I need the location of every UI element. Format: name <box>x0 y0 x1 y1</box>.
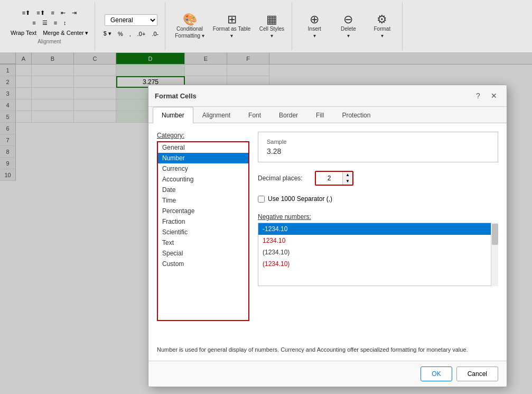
tab-number[interactable]: Number <box>153 107 193 123</box>
currency-btn[interactable]: $ ▾ <box>101 29 114 38</box>
number-format-group: General $ ▾ % , .0+ .0- <box>97 2 165 50</box>
cell-styles-btn[interactable]: ▦ Cell Styles ▾ <box>256 12 287 41</box>
tab-border[interactable]: Border <box>270 107 307 123</box>
category-list[interactable]: General Number Currency Accounting Date … <box>157 141 249 321</box>
wrap-merge-row: Wrap Text Merge & Center ▾ <box>8 29 90 38</box>
sample-box: Sample 3.28 <box>258 132 498 162</box>
options-panel: Sample 3.28 Decimal places: ▲ ▼ <box>258 132 498 337</box>
decimal-up-btn[interactable]: ▲ <box>343 172 352 178</box>
text-direction-btn[interactable]: ↕ <box>61 19 69 27</box>
neg-list-scrollbar[interactable] <box>491 223 498 286</box>
category-scientific[interactable]: Scientific <box>158 227 248 237</box>
dialog-tabs: Number Alignment Font Border Fill Protec… <box>148 107 507 123</box>
dialog-titlebar: Format Cells ? ✕ <box>148 85 507 107</box>
alignment-section-label: Alignment <box>38 39 61 44</box>
format-cells-dialog: Format Cells ? ✕ Number Alignment Font B… <box>148 85 507 387</box>
category-date[interactable]: Date <box>158 185 248 195</box>
negative-numbers-section: Negative numbers: -1234.10 1234.10 (1234… <box>258 213 498 286</box>
category-number[interactable]: Number <box>158 153 248 163</box>
scrollbar-thumb <box>492 224 498 245</box>
wrap-text-btn[interactable]: Wrap Text <box>8 29 39 37</box>
separator-label: Use 1000 Separator (,) <box>268 195 332 203</box>
indent-decrease-btn[interactable]: ⇤ <box>59 8 68 17</box>
align-top-left-btn[interactable]: ≡⬆ <box>20 8 32 17</box>
separator-checkbox[interactable] <box>258 196 265 203</box>
align-right-btn[interactable]: ≡ <box>52 19 59 27</box>
indent-increase-btn[interactable]: ⇥ <box>70 8 79 17</box>
decimal-places-label: Decimal places: <box>258 175 311 182</box>
tab-font[interactable]: Font <box>239 107 270 123</box>
insert-btn[interactable]: ⊕ Insert ▾ <box>298 12 330 41</box>
wrap-text-label: Wrap Text <box>11 30 36 36</box>
delete-label: Delete <box>341 25 356 32</box>
neg-option-2[interactable]: 1234.10 <box>258 235 498 246</box>
format-table-dropdown-icon: ▾ <box>230 32 233 39</box>
alignment-group: ≡⬆ ≡⬆ ≡ ⇤ ⇥ ≡ ☰ ≡ ↕ Wrap Text Merge & Ce… <box>4 2 95 50</box>
category-label: Category: <box>157 132 249 139</box>
dialog-footer: OK Cancel <box>148 361 507 387</box>
dialog-title: Format Cells <box>155 92 197 100</box>
comma-btn[interactable]: , <box>127 30 133 38</box>
align-center-btn[interactable]: ☰ <box>40 19 50 28</box>
conditional-formatting-label: ConditionalFormatting ▾ <box>175 25 204 39</box>
category-accounting[interactable]: Accounting <box>158 174 248 185</box>
category-panel: Category: General Number Currency Accoun… <box>157 132 249 337</box>
category-special[interactable]: Special <box>158 248 248 259</box>
dialog-help-btn[interactable]: ? <box>472 89 484 102</box>
ok-button[interactable]: OK <box>421 366 452 381</box>
cell-styles-label: Cell Styles <box>259 25 284 32</box>
format-btn[interactable]: ⚙ Format ▾ <box>366 12 398 41</box>
category-fraction[interactable]: Fraction <box>158 216 248 227</box>
merge-center-btn[interactable]: Merge & Center ▾ <box>41 29 90 38</box>
cell-styles-icon: ▦ <box>266 14 277 25</box>
dialog-close-btn[interactable]: ✕ <box>488 89 500 102</box>
percent-btn[interactable]: % <box>116 30 125 38</box>
delete-dropdown-icon: ▾ <box>347 32 350 39</box>
decimal-spinner: ▲ ▼ <box>342 172 352 185</box>
negative-numbers-label: Negative numbers: <box>258 213 498 221</box>
neg-numbers-container: -1234.10 1234.10 (1234.10) (1234.10) <box>258 223 498 286</box>
cancel-button[interactable]: Cancel <box>456 366 498 381</box>
toolbar: ≡⬆ ≡⬆ ≡ ⇤ ⇥ ≡ ☰ ≡ ↕ Wrap Text Merge & Ce… <box>0 0 532 53</box>
conditional-formatting-icon: 🎨 <box>183 14 197 25</box>
decimal-input-group: ▲ ▼ <box>315 171 353 186</box>
decimal-decrease-btn[interactable]: .0- <box>150 30 161 38</box>
decimal-increase-btn[interactable]: .0+ <box>135 30 148 38</box>
category-currency[interactable]: Currency <box>158 163 248 174</box>
format-as-table-btn[interactable]: ⊞ Format as Table ▾ <box>210 12 254 41</box>
decimal-down-btn[interactable]: ▼ <box>343 178 352 185</box>
toolbar-row-1: ≡⬆ ≡⬆ ≡ ⇤ ⇥ <box>20 8 79 17</box>
neg-option-4[interactable]: (1234.10) <box>258 258 498 270</box>
neg-option-1[interactable]: -1234.10 <box>258 223 498 235</box>
number-format-dropdown[interactable]: General <box>105 14 157 26</box>
category-general[interactable]: General <box>158 142 248 153</box>
format-dropdown-icon: ▾ <box>381 32 384 39</box>
decimal-places-input[interactable] <box>316 172 342 185</box>
dialog-body: Category: General Number Currency Accoun… <box>148 123 507 345</box>
category-percentage[interactable]: Percentage <box>158 206 248 216</box>
neg-option-3[interactable]: (1234.10) <box>258 246 498 258</box>
format-as-table-icon: ⊞ <box>227 14 237 25</box>
negative-numbers-list[interactable]: -1234.10 1234.10 (1234.10) (1234.10) <box>258 223 498 286</box>
sample-value: 3.28 <box>267 147 489 155</box>
insert-label: Insert <box>308 25 321 32</box>
dialog-controls: ? ✕ <box>472 89 500 102</box>
conditional-formatting-btn[interactable]: 🎨 ConditionalFormatting ▾ <box>172 12 208 41</box>
tab-protection[interactable]: Protection <box>333 107 379 123</box>
align-top-right-btn[interactable]: ≡ <box>49 8 57 17</box>
category-custom[interactable]: Custom <box>158 259 248 269</box>
tab-alignment[interactable]: Alignment <box>193 107 239 123</box>
align-top-center-btn[interactable]: ≡⬆ <box>34 8 46 17</box>
category-time[interactable]: Time <box>158 195 248 206</box>
insert-dropdown-icon: ▾ <box>313 32 316 39</box>
align-left-btn[interactable]: ≡ <box>30 19 38 27</box>
category-text[interactable]: Text <box>158 237 248 248</box>
decimal-places-row: Decimal places: ▲ ▼ <box>258 171 498 186</box>
styles-group: 🎨 ConditionalFormatting ▾ ⊞ Format as Ta… <box>167 2 292 50</box>
tab-fill[interactable]: Fill <box>307 107 333 123</box>
toolbar-row-2: ≡ ☰ ≡ ↕ <box>30 19 68 28</box>
merge-center-label: Merge & Center <box>43 30 84 36</box>
merge-center-dropdown-icon: ▾ <box>85 30 88 36</box>
delete-btn[interactable]: ⊖ Delete ▾ <box>332 12 364 41</box>
modal-overlay: Format Cells ? ✕ Number Alignment Font B… <box>0 53 532 394</box>
